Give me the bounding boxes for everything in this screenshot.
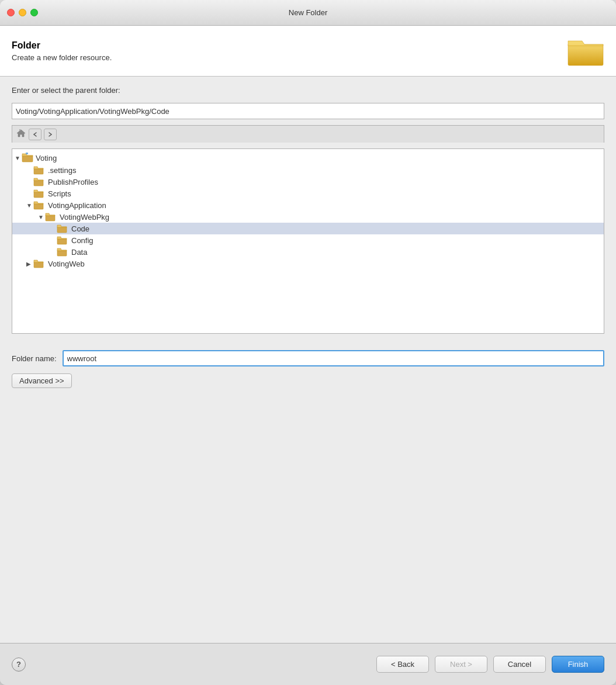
footer: ? < Back Next > Cancel Finish xyxy=(0,643,616,685)
folder-icon-small xyxy=(33,189,46,198)
close-button[interactable] xyxy=(7,9,15,16)
home-icon xyxy=(16,129,26,138)
tree-arrow: ▼ xyxy=(26,202,33,209)
tree-item[interactable]: Code xyxy=(12,223,604,234)
folder-name-label: Folder name: xyxy=(12,354,57,363)
next-button[interactable]: Next > xyxy=(435,656,487,673)
folder-icon-small xyxy=(33,177,46,186)
tree-item[interactable]: .settings xyxy=(12,164,604,176)
folder-tree-icon xyxy=(33,177,44,186)
tree-item[interactable]: ▼ VotingWebPkg xyxy=(12,211,604,223)
minimize-button[interactable] xyxy=(19,9,26,16)
parent-folder-label: Enter or select the parent folder: xyxy=(12,86,604,95)
advanced-section: Advanced >> xyxy=(0,373,616,395)
tree-item-label: VotingWeb xyxy=(48,260,85,268)
header-text: Folder Create a new folder resource. xyxy=(12,40,112,62)
tree-item-label: Voting xyxy=(36,154,57,162)
tree-item[interactable]: ▶ VotingWeb xyxy=(12,258,604,269)
parent-path-input[interactable] xyxy=(12,103,604,119)
traffic-lights xyxy=(7,9,38,16)
folder-tree-icon xyxy=(45,212,56,222)
advanced-button[interactable]: Advanced >> xyxy=(12,373,72,388)
folder-icon-small xyxy=(33,259,46,268)
svg-rect-0 xyxy=(19,129,20,131)
folder-icon-small xyxy=(45,212,57,222)
tree-item-label: VotingWebPkg xyxy=(60,213,109,222)
tree-nav-bar xyxy=(12,125,604,143)
forward-arrow-icon xyxy=(47,132,53,137)
finish-button[interactable]: Finish xyxy=(552,656,604,673)
folder-icon-small xyxy=(33,200,46,210)
back-nav-button[interactable] xyxy=(29,129,41,140)
folder-icon-small xyxy=(57,236,69,245)
folder-tree-icon xyxy=(57,247,67,257)
folder-icon-small xyxy=(57,247,69,257)
folder-svg xyxy=(567,35,604,67)
window-title: New Folder xyxy=(289,8,327,17)
tree-item-label: VotingApplication xyxy=(48,201,106,210)
cancel-button[interactable]: Cancel xyxy=(493,656,546,673)
folder-tree-icon xyxy=(57,224,67,233)
folder-icon-small xyxy=(22,153,33,163)
tree-arrow: ▼ xyxy=(38,214,45,220)
folder-tree-icon xyxy=(33,165,44,175)
header-section: Folder Create a new folder resource. xyxy=(0,26,616,77)
titlebar: New Folder xyxy=(0,0,616,26)
svg-rect-1 xyxy=(26,153,28,154)
tree-item-label: Scripts xyxy=(48,189,71,198)
folder-icon-small xyxy=(33,165,46,175)
folder-icon-large xyxy=(567,35,604,67)
tree-item[interactable]: Scripts xyxy=(12,188,604,199)
folder-icon-small xyxy=(57,224,69,233)
tree-item-label: Config xyxy=(71,236,94,245)
tree-item-label: .settings xyxy=(48,166,76,175)
tree-arrow: ▶ xyxy=(26,261,33,267)
header-title: Folder xyxy=(12,40,112,51)
tree-item[interactable]: PublishProfiles xyxy=(12,176,604,188)
tree-item-label: PublishProfiles xyxy=(48,178,98,186)
tree-item[interactable]: Data xyxy=(12,246,604,258)
folder-tree-icon xyxy=(57,236,67,245)
home-button[interactable] xyxy=(16,129,26,140)
tree-arrow: ▼ xyxy=(15,155,22,161)
tree-item[interactable]: ▼ Voting xyxy=(12,151,604,164)
maximize-button[interactable] xyxy=(30,9,38,16)
forward-nav-button[interactable] xyxy=(44,129,57,140)
folder-tree-icon xyxy=(33,200,44,210)
main-content: Enter or select the parent folder: ▼ xyxy=(0,77,616,343)
folder-tree-icon xyxy=(33,259,44,268)
project-tree-icon xyxy=(22,153,33,163)
tree-item[interactable]: Config xyxy=(12,234,604,246)
back-button[interactable]: < Back xyxy=(376,656,429,673)
folder-name-row: Folder name: xyxy=(0,343,616,373)
tree-item-label: Code xyxy=(71,224,89,233)
tree-item[interactable]: ▼ VotingApplication xyxy=(12,199,604,211)
tree-container[interactable]: ▼ Voting .settings PublishProfiles Scrip… xyxy=(12,148,604,334)
folder-name-input[interactable] xyxy=(63,350,604,366)
help-button[interactable]: ? xyxy=(12,658,26,672)
back-arrow-icon xyxy=(32,132,38,137)
tree-item-label: Data xyxy=(71,248,87,257)
folder-tree-icon xyxy=(33,189,44,198)
header-subtitle: Create a new folder resource. xyxy=(12,53,112,62)
